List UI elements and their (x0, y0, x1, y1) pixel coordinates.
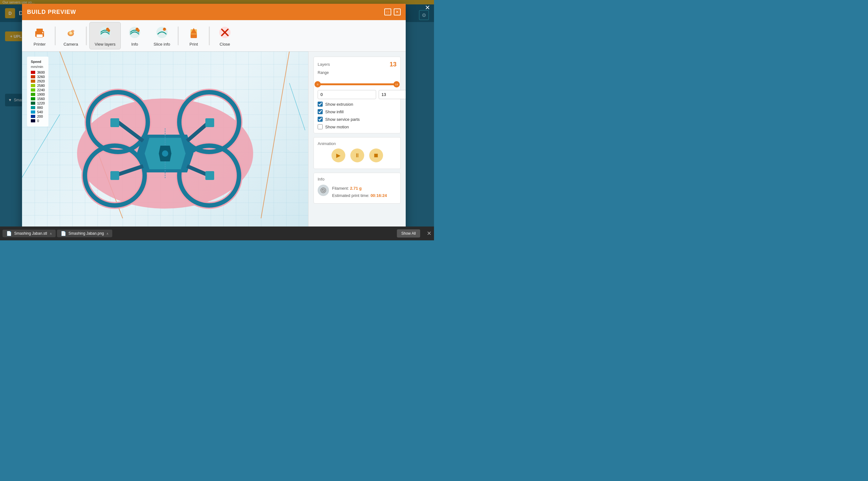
checkbox-show-motion[interactable]: Show motion (318, 124, 397, 129)
infill-checkbox[interactable] (318, 109, 323, 114)
printer-label: Printer (34, 42, 45, 47)
drone-container (22, 52, 308, 237)
filament-label: Filament: (332, 186, 349, 191)
taskbar-item-stl[interactable]: 📄 Smashing Jaban.stl ∧ (2, 230, 56, 237)
info-section: Info Filament: 2.71 g Estimated print (314, 173, 401, 204)
svg-point-13 (137, 29, 140, 32)
checkbox-group: Show extrusion Show infill Show service … (318, 101, 397, 129)
info-text: Filament: 2.71 g Estimated print time: 0… (332, 185, 387, 200)
stl-chevron: ∧ (50, 232, 52, 235)
slice-info-icon (154, 25, 169, 40)
svg-point-47 (162, 150, 168, 157)
motion-label: Show motion (325, 125, 349, 129)
svg-point-6 (71, 30, 74, 32)
animation-label: Animation (318, 141, 397, 146)
toolbar-separator-2 (86, 26, 87, 45)
print-icon (186, 25, 201, 40)
view-layers-label: View layers (95, 42, 116, 47)
main-content: Speed mm/min 3600 3260 2920 2580 (22, 52, 406, 237)
service-parts-checkbox[interactable] (318, 117, 323, 122)
toolbar-item-view-layers[interactable]: View layers (89, 22, 121, 50)
build-preview-modal: BUILD PREVIEW □ ✕ Printer (22, 4, 406, 237)
play-button[interactable]: ▶ (332, 149, 345, 162)
extrusion-label: Show extrusion (325, 102, 353, 107)
range-label: Range (318, 70, 397, 75)
print-time-value: 00:16:24 (370, 193, 387, 198)
svg-rect-1 (36, 29, 43, 32)
layers-header: Layers 13 (318, 61, 397, 68)
range-max-input[interactable] (379, 90, 406, 99)
modal-close-button[interactable]: ✕ (394, 8, 401, 16)
toolbar-item-print[interactable]: Print (181, 22, 206, 49)
range-slider[interactable]: 0 13 (318, 81, 397, 87)
info-label: Info (131, 42, 138, 47)
layers-label: Layers (318, 62, 330, 67)
toolbar-item-camera[interactable]: Camera (58, 22, 83, 49)
svg-rect-42 (205, 118, 214, 127)
svg-rect-2 (36, 34, 43, 37)
modal-minimize-button[interactable]: □ (384, 8, 391, 16)
taskbar-close-button[interactable]: ✕ (427, 230, 432, 237)
range-fill (318, 83, 397, 85)
right-panel: Layers 13 Range 0 13 (308, 52, 406, 237)
checkbox-show-infill[interactable]: Show infill (318, 109, 397, 114)
pause-button[interactable]: ⏸ (350, 149, 364, 162)
view-layers-icon (97, 25, 113, 40)
toolbar-item-slice-info[interactable]: Slice info (149, 22, 175, 49)
modal-title: BUILD PREVIEW (27, 9, 76, 16)
toolbar-item-printer[interactable]: Printer (27, 22, 52, 49)
svg-point-3 (42, 32, 43, 33)
info-section-label: Info (318, 177, 397, 182)
close-label: Close (219, 42, 230, 47)
range-min-input[interactable] (318, 90, 376, 99)
checkbox-show-extrusion[interactable]: Show extrusion (318, 101, 397, 107)
svg-rect-41 (111, 118, 119, 127)
modal-titlebar: BUILD PREVIEW □ ✕ (22, 4, 406, 20)
slice-info-label: Slice info (153, 42, 170, 47)
camera-label: Camera (64, 42, 78, 47)
taskbar-item-png[interactable]: 📄 Smashing Jaban.png ∧ (57, 230, 113, 237)
animation-section: Animation ▶ ⏸ ⏹ (314, 137, 401, 169)
show-all-button[interactable]: Show All (397, 229, 420, 238)
filament-icon (318, 185, 329, 196)
camera-icon (63, 25, 78, 40)
stl-filename: Smashing Jaban.stl (14, 231, 47, 236)
infill-label: Show infill (325, 110, 344, 114)
svg-point-7 (69, 32, 72, 34)
svg-rect-43 (111, 171, 119, 180)
png-filename: Smashing Jaban.png (68, 231, 104, 236)
checkbox-show-service-parts[interactable]: Show service parts (318, 117, 397, 122)
filament-value: 2.71 g (350, 186, 362, 191)
layers-section: Layers 13 Range 0 13 (314, 57, 401, 133)
corner-close-button[interactable]: ✕ (425, 4, 430, 11)
modal-controls: □ ✕ (384, 8, 401, 16)
layers-value: 13 (390, 61, 397, 68)
extrusion-checkbox[interactable] (318, 101, 323, 107)
stop-button[interactable]: ⏹ (369, 149, 383, 162)
stl-file-icon: 📄 (6, 231, 12, 236)
print-label: Print (190, 42, 198, 47)
toolbar-separator-1 (55, 26, 56, 45)
range-inputs (318, 90, 397, 99)
range-thumb-max[interactable]: 13 (394, 81, 400, 87)
3d-view[interactable]: Speed mm/min 3600 3260 2920 2580 (22, 52, 308, 237)
toolbar: Printer Camera (22, 20, 406, 52)
svg-rect-44 (205, 171, 214, 180)
png-file-icon: 📄 (61, 231, 66, 236)
info-icon (127, 25, 142, 40)
printer-icon (32, 25, 47, 40)
drone-svg (55, 72, 275, 216)
png-chevron: ∧ (106, 232, 108, 235)
service-parts-label: Show service parts (325, 117, 360, 122)
toolbar-item-info[interactable]: Info (122, 22, 147, 49)
animation-controls: ▶ ⏸ ⏹ (318, 146, 397, 165)
taskbar: 📄 Smashing Jaban.stl ∧ 📄 Smashing Jaban.… (0, 227, 434, 240)
svg-rect-16 (191, 34, 197, 38)
close-x-icon (217, 25, 232, 40)
toolbar-separator-4 (209, 26, 210, 45)
toolbar-item-close[interactable]: Close (212, 22, 238, 49)
info-content: Filament: 2.71 g Estimated print time: 0… (318, 185, 397, 200)
motion-checkbox[interactable] (318, 124, 323, 129)
range-thumb-min[interactable]: 0 (314, 81, 321, 87)
toolbar-separator-3 (178, 26, 179, 45)
